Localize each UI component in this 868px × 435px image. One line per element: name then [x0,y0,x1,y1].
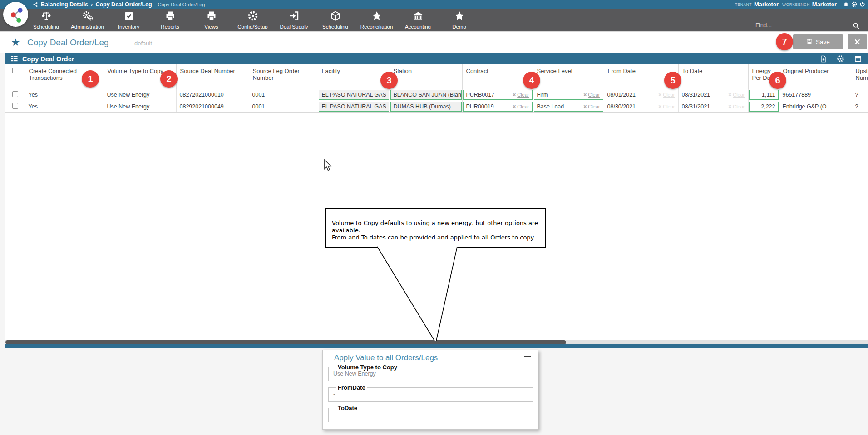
cell-upstream-number: ? [855,92,858,98]
cell-original-producer: 965177889 [783,92,811,98]
cell-station[interactable]: BLANCO SAN JUAN (Blanco.. [390,90,462,100]
column-header[interactable]: Contract [462,64,533,89]
clear-button-disabled: ×Clear [728,92,745,98]
menu-item-reports[interactable]: Reports [149,9,191,31]
apply-panel-title: Apply Value to all Orders/Legs [334,353,538,362]
cell-from-date[interactable]: 08/01/2021×Clear [607,89,675,100]
bank-icon [413,10,424,23]
cell-contract[interactable]: PURB0017×Clear [463,90,533,100]
cell-energy-per-day[interactable]: 1,111 [749,90,779,100]
clear-button[interactable]: ×Clear [583,92,600,98]
cell-contract[interactable]: PUR00019×Clear [463,102,533,112]
field-value[interactable]: - [332,391,529,398]
menu-item-deal-supply[interactable]: Deal Supply [273,9,315,31]
close-button[interactable] [848,34,867,49]
workbench-value[interactable]: Marketer [812,1,837,8]
cell-station[interactable]: DUMAS HUB (Dumas) [390,102,462,112]
column-header[interactable]: To Date [678,64,748,89]
find-input[interactable] [755,22,853,29]
page-title-bar: ★ Copy Deal Order/Leg - default [0,31,868,53]
settings-gear-icon[interactable] [832,53,849,64]
cell-create-connected: Yes [29,92,38,98]
menu-item-views[interactable]: Views [191,9,232,31]
cell-volume-type[interactable]: Use New Energy [107,103,150,110]
app-logo[interactable] [3,2,28,27]
menu-item-inventory[interactable]: Inventory [108,9,149,31]
cell-to-date[interactable]: 08/31/2021×Clear [682,101,745,112]
gears-icon [82,10,93,23]
column-header[interactable]: Source Leg Order Number [249,64,318,89]
cell-upstream-number: ? [855,103,858,110]
maximize-window-icon[interactable] [849,53,866,64]
field-to-date[interactable]: ToDate - [328,405,533,422]
menu-item-administration[interactable]: Administration [67,9,108,31]
field-value[interactable]: Use New Energy [332,371,529,377]
menu-item-label: Inventory [118,24,139,29]
menu-item-demo[interactable]: Demo [439,9,480,31]
breadcrumb-current[interactable]: Copy Deal Order/Leg [95,1,152,8]
column-header[interactable]: Original Producer [779,64,852,89]
clear-button-disabled: ×Clear [658,103,675,110]
cell-facility[interactable]: EL PASO NATURAL GAS [319,90,389,100]
cell-to-date[interactable]: 08/31/2021×Clear [682,89,745,100]
cell-source-deal-number: 08292021000049 [180,103,224,110]
apply-value-panel: Apply Value to all Orders/Legs Volume Ty… [322,350,538,430]
column-header[interactable]: Station [390,64,462,89]
search-icon[interactable] [853,22,860,29]
menu-item-label: Reconciliation [360,24,393,29]
gear-icon[interactable] [851,1,857,7]
menu-item-scheduling-2[interactable]: Scheduling [315,9,356,31]
field-label: Volume Type to Copy [336,364,399,371]
breadcrumb: Balancing Details › Copy Deal Order/Leg … [33,0,205,9]
menu-item-accounting[interactable]: Accounting [397,9,439,31]
clear-button[interactable]: ×Clear [513,92,529,98]
field-volume-type-to-copy[interactable]: Volume Type to Copy Use New Energy [328,364,533,381]
home-icon[interactable] [843,1,849,7]
clear-button-disabled: ×Clear [728,103,745,110]
cell-facility[interactable]: EL PASO NATURAL GAS [319,102,389,112]
cell-service-level[interactable]: Base Load×Clear [534,102,603,112]
share-icon [33,2,38,7]
field-value[interactable]: - [332,411,529,418]
menu-item-config-setup[interactable]: Config/Setup [232,9,273,31]
column-header[interactable]: Upst Num [852,64,868,89]
section-title: Copy Deal Order [22,55,74,63]
tenant-label: TENANT [735,2,752,7]
menu-item-label: Scheduling [33,24,59,29]
save-button-label: Save [816,39,830,45]
tenant-value[interactable]: Marketer [754,1,779,8]
printer-icon [206,10,217,23]
power-icon[interactable] [859,1,865,7]
export-icon[interactable] [815,53,832,64]
select-all-checkbox[interactable] [12,68,18,73]
breadcrumb-root[interactable]: Balancing Details [41,1,88,8]
menu-item-label: Views [204,24,218,29]
column-header[interactable]: Facility [318,64,390,89]
favorite-star-icon[interactable]: ★ [11,36,20,49]
clear-button[interactable]: ×Clear [583,103,600,110]
cell-from-date[interactable]: 08/30/2021×Clear [607,101,675,112]
collapse-minus-icon[interactable] [524,356,531,357]
callout-text: Volume to Copy defaults to using a new e… [332,220,542,241]
content-left-border [5,53,5,348]
printer-icon [165,10,176,23]
field-label: FromDate [336,384,367,391]
cell-energy-per-day[interactable]: 2,222 [749,102,779,112]
menu-item-reconciliation[interactable]: Reconciliation [356,9,397,31]
cell-source-leg-order-number: 0001 [252,103,265,110]
field-from-date[interactable]: FromDate - [328,384,533,402]
find-box [755,20,860,31]
column-header[interactable]: Source Deal Number [176,64,249,89]
cell-service-level[interactable]: Firm×Clear [534,90,603,100]
row-checkbox[interactable] [12,91,18,97]
annotation-badge-6: 6 [769,72,786,89]
annotation-badge-3: 3 [380,72,398,89]
save-button[interactable]: Save [793,34,843,49]
menu-item-scheduling[interactable]: Scheduling [25,9,67,31]
close-icon [854,39,860,45]
clear-button-disabled: ×Clear [658,92,675,98]
row-checkbox[interactable] [12,103,18,109]
cell-volume-type[interactable]: Use New Energy [107,92,150,98]
column-header[interactable]: Service Level [533,64,604,89]
clear-button[interactable]: ×Clear [513,103,529,110]
